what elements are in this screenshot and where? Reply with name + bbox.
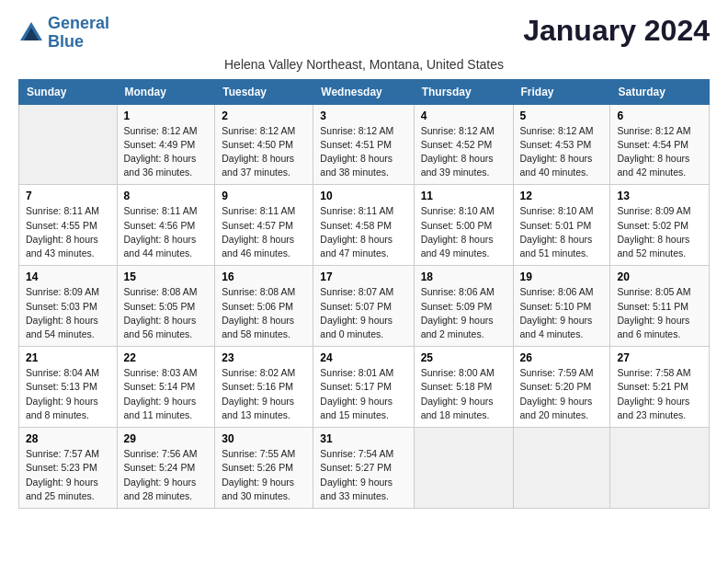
day-number: 13	[617, 190, 702, 202]
day-detail: Sunrise: 7:57 AM Sunset: 5:23 PM Dayligh…	[26, 447, 110, 503]
calendar-cell: 21Sunrise: 8:04 AM Sunset: 5:13 PM Dayli…	[19, 347, 118, 428]
calendar-cell: 9Sunrise: 8:11 AM Sunset: 4:57 PM Daylig…	[215, 185, 313, 266]
calendar-cell: 6Sunrise: 8:12 AM Sunset: 4:54 PM Daylig…	[610, 104, 710, 185]
calendar-cell: 18Sunrise: 8:06 AM Sunset: 5:09 PM Dayli…	[414, 266, 513, 347]
day-detail: Sunrise: 8:02 AM Sunset: 5:16 PM Dayligh…	[222, 366, 306, 422]
day-number: 19	[520, 270, 604, 283]
calendar-cell: 11Sunrise: 8:10 AM Sunset: 5:00 PM Dayli…	[414, 185, 513, 266]
day-number: 27	[617, 351, 702, 364]
calendar-cell: 30Sunrise: 7:55 AM Sunset: 5:26 PM Dayli…	[215, 428, 313, 509]
day-number: 1	[124, 109, 209, 122]
calendar-cell: 7Sunrise: 8:11 AM Sunset: 4:55 PM Daylig…	[19, 185, 118, 266]
logo: General Blue	[18, 15, 109, 52]
calendar-cell: 14Sunrise: 8:09 AM Sunset: 5:03 PM Dayli…	[19, 266, 118, 347]
day-number: 29	[124, 432, 209, 445]
calendar-cell: 31Sunrise: 7:54 AM Sunset: 5:27 PM Dayli…	[313, 428, 414, 509]
day-detail: Sunrise: 7:56 AM Sunset: 5:24 PM Dayligh…	[124, 447, 209, 503]
day-detail: Sunrise: 8:11 AM Sunset: 4:55 PM Dayligh…	[26, 204, 110, 260]
calendar-table: Sunday Monday Tuesday Wednesday Thursday…	[18, 79, 710, 509]
day-detail: Sunrise: 8:12 AM Sunset: 4:54 PM Dayligh…	[617, 124, 702, 180]
day-detail: Sunrise: 8:05 AM Sunset: 5:11 PM Dayligh…	[617, 285, 702, 341]
day-detail: Sunrise: 8:04 AM Sunset: 5:13 PM Dayligh…	[26, 366, 110, 422]
calendar-cell: 12Sunrise: 8:10 AM Sunset: 5:01 PM Dayli…	[513, 185, 610, 266]
day-detail: Sunrise: 8:07 AM Sunset: 5:07 PM Dayligh…	[320, 285, 406, 341]
day-detail: Sunrise: 8:08 AM Sunset: 5:05 PM Dayligh…	[124, 285, 209, 341]
calendar-cell: 3Sunrise: 8:12 AM Sunset: 4:51 PM Daylig…	[313, 104, 414, 185]
header-row: Sunday Monday Tuesday Wednesday Thursday…	[19, 79, 710, 104]
calendar-cell: 24Sunrise: 8:01 AM Sunset: 5:17 PM Dayli…	[313, 347, 414, 428]
calendar-cell	[19, 104, 118, 185]
calendar-cell	[414, 428, 513, 509]
day-number: 3	[320, 109, 406, 122]
day-number: 22	[124, 351, 209, 364]
day-detail: Sunrise: 7:59 AM Sunset: 5:20 PM Dayligh…	[520, 366, 604, 422]
day-number: 28	[26, 432, 110, 445]
day-number: 20	[617, 270, 702, 283]
day-number: 30	[222, 432, 306, 445]
calendar-cell: 27Sunrise: 7:58 AM Sunset: 5:21 PM Dayli…	[610, 347, 710, 428]
day-number: 26	[520, 351, 604, 364]
day-detail: Sunrise: 8:11 AM Sunset: 4:56 PM Dayligh…	[124, 204, 209, 260]
day-number: 18	[421, 270, 506, 283]
col-saturday: Saturday	[610, 79, 710, 104]
day-detail: Sunrise: 8:09 AM Sunset: 5:03 PM Dayligh…	[26, 285, 110, 341]
day-detail: Sunrise: 7:54 AM Sunset: 5:27 PM Dayligh…	[320, 447, 406, 503]
day-detail: Sunrise: 8:10 AM Sunset: 5:00 PM Dayligh…	[421, 204, 506, 260]
calendar-cell: 16Sunrise: 8:08 AM Sunset: 5:06 PM Dayli…	[215, 266, 313, 347]
logo-line2: Blue	[48, 32, 84, 51]
day-detail: Sunrise: 8:09 AM Sunset: 5:02 PM Dayligh…	[617, 204, 702, 260]
day-number: 8	[124, 190, 209, 202]
col-sunday: Sunday	[19, 79, 118, 104]
day-number: 11	[421, 190, 506, 202]
day-detail: Sunrise: 8:06 AM Sunset: 5:10 PM Dayligh…	[520, 285, 604, 341]
day-detail: Sunrise: 8:08 AM Sunset: 5:06 PM Dayligh…	[222, 285, 306, 341]
page: General Blue January 2024 Helena Valley …	[0, 0, 728, 518]
day-number: 31	[320, 432, 406, 445]
calendar-cell: 23Sunrise: 8:02 AM Sunset: 5:16 PM Dayli…	[215, 347, 313, 428]
day-number: 2	[222, 109, 306, 122]
day-number: 24	[320, 351, 406, 364]
calendar-cell: 2Sunrise: 8:12 AM Sunset: 4:50 PM Daylig…	[215, 104, 313, 185]
day-number: 16	[222, 270, 306, 283]
day-number: 4	[421, 109, 506, 122]
month-title: January 2024	[523, 15, 710, 47]
calendar-cell	[610, 428, 710, 509]
calendar-cell	[513, 428, 610, 509]
col-tuesday: Tuesday	[215, 79, 313, 104]
day-detail: Sunrise: 8:03 AM Sunset: 5:14 PM Dayligh…	[124, 366, 209, 422]
calendar-cell: 17Sunrise: 8:07 AM Sunset: 5:07 PM Dayli…	[313, 266, 414, 347]
calendar-cell: 19Sunrise: 8:06 AM Sunset: 5:10 PM Dayli…	[513, 266, 610, 347]
logo-icon	[18, 20, 44, 46]
week-row-1: 1Sunrise: 8:12 AM Sunset: 4:49 PM Daylig…	[19, 104, 710, 185]
col-thursday: Thursday	[414, 79, 513, 104]
col-monday: Monday	[117, 79, 215, 104]
day-detail: Sunrise: 8:12 AM Sunset: 4:50 PM Dayligh…	[222, 124, 306, 180]
day-number: 23	[222, 351, 306, 364]
day-number: 6	[617, 109, 702, 122]
col-wednesday: Wednesday	[313, 79, 414, 104]
calendar-cell: 20Sunrise: 8:05 AM Sunset: 5:11 PM Dayli…	[610, 266, 710, 347]
week-row-3: 14Sunrise: 8:09 AM Sunset: 5:03 PM Dayli…	[19, 266, 710, 347]
day-detail: Sunrise: 8:01 AM Sunset: 5:17 PM Dayligh…	[320, 366, 406, 422]
day-number: 9	[222, 190, 306, 202]
day-number: 7	[26, 190, 110, 202]
header: General Blue January 2024	[18, 15, 710, 52]
day-detail: Sunrise: 8:11 AM Sunset: 4:58 PM Dayligh…	[320, 204, 406, 260]
day-number: 14	[26, 270, 110, 283]
day-number: 10	[320, 190, 406, 202]
day-detail: Sunrise: 8:12 AM Sunset: 4:53 PM Dayligh…	[520, 124, 604, 180]
calendar-cell: 26Sunrise: 7:59 AM Sunset: 5:20 PM Dayli…	[513, 347, 610, 428]
day-detail: Sunrise: 7:58 AM Sunset: 5:21 PM Dayligh…	[617, 366, 702, 422]
day-number: 15	[124, 270, 209, 283]
calendar-cell: 13Sunrise: 8:09 AM Sunset: 5:02 PM Dayli…	[610, 185, 710, 266]
calendar-cell: 8Sunrise: 8:11 AM Sunset: 4:56 PM Daylig…	[117, 185, 215, 266]
calendar-cell: 10Sunrise: 8:11 AM Sunset: 4:58 PM Dayli…	[313, 185, 414, 266]
day-number: 21	[26, 351, 110, 364]
calendar-cell: 4Sunrise: 8:12 AM Sunset: 4:52 PM Daylig…	[414, 104, 513, 185]
title-area: January 2024	[523, 15, 710, 47]
day-detail: Sunrise: 8:12 AM Sunset: 4:51 PM Dayligh…	[320, 124, 406, 180]
day-detail: Sunrise: 8:10 AM Sunset: 5:01 PM Dayligh…	[520, 204, 604, 260]
week-row-5: 28Sunrise: 7:57 AM Sunset: 5:23 PM Dayli…	[19, 428, 710, 509]
logo-line1: General	[48, 14, 109, 32]
day-detail: Sunrise: 8:12 AM Sunset: 4:52 PM Dayligh…	[421, 124, 506, 180]
